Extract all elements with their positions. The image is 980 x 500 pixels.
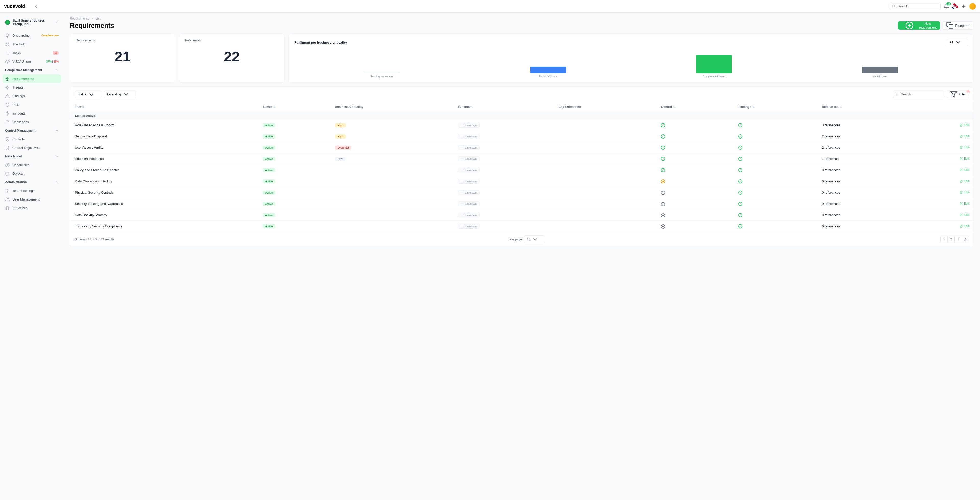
sidebar-item-vuca[interactable]: VUCA Score 37% | 36% (3, 57, 61, 66)
sort-icon: ⇅ (82, 105, 84, 109)
page-button[interactable]: 3 (955, 236, 962, 243)
layers-icon (5, 206, 10, 211)
sidebar-item-requirements[interactable]: Requirements (3, 75, 61, 83)
sidebar-item-risks[interactable]: Risks (3, 100, 61, 109)
filter-button[interactable]: Filter 0 (947, 90, 969, 98)
edit-link[interactable]: Edit (959, 179, 969, 183)
edit-link[interactable]: Edit (959, 135, 969, 138)
table-row[interactable]: User Access AuditsActiveEssential⋯Unknow… (70, 142, 974, 153)
bolt-icon (5, 111, 10, 116)
criticality-pill: Low (335, 157, 345, 161)
next-page-button[interactable] (962, 236, 969, 243)
pagination: 123 (940, 236, 969, 243)
add-button[interactable] (961, 3, 967, 10)
edit-link[interactable]: Edit (959, 213, 969, 217)
sidebar-item-user-management[interactable]: User Management (3, 195, 61, 204)
status-pill: Active (262, 190, 275, 195)
table-row[interactable]: Third-Party Security ComplianceActive⋯Un… (70, 221, 974, 232)
sidebar-item-control-objectives[interactable]: Control Objectives (3, 144, 61, 152)
section-compliance[interactable]: Compliance Management (3, 66, 61, 75)
sidebar-item-controls[interactable]: Controls (3, 135, 61, 144)
edit-icon (959, 202, 963, 205)
table-search-input[interactable] (893, 90, 944, 98)
sidebar-item-findings[interactable]: Findings (3, 92, 61, 100)
sidebar-item-incidents[interactable]: Incidents (3, 109, 61, 118)
sidebar-item-tasks[interactable]: Tasks 13 (3, 49, 61, 57)
table-row[interactable]: Security Training and AwarenessActive⋯Un… (70, 198, 974, 210)
chevron-up-icon (55, 180, 59, 184)
table-row[interactable]: Role-Based Access ControlActiveHigh⋯Unkn… (70, 120, 974, 131)
chart-filter-select[interactable]: All (947, 38, 968, 46)
sidebar-item-onboarding[interactable]: Onboarding Complete now (3, 32, 61, 40)
eye-icon (5, 59, 10, 64)
col-status[interactable]: Status⇅ (258, 102, 330, 112)
cell-title: Security Training and Awareness (70, 198, 258, 210)
cell-title: User Access Audits (70, 142, 258, 153)
global-search[interactable] (890, 3, 941, 10)
section-meta[interactable]: Meta Model (3, 152, 61, 161)
col-references[interactable]: References⇅ (817, 102, 913, 112)
sidebar-item-label: The Hub (12, 42, 25, 46)
sort-field-select[interactable]: Status (75, 90, 101, 98)
logo[interactable]: vucavoid. (4, 3, 27, 9)
chevron-up-icon (55, 68, 59, 73)
col-criticality[interactable]: Business Criticality (330, 102, 453, 112)
new-requirement-button[interactable]: New requirement (898, 21, 940, 30)
fulfilment-pill: ⋯Unknown (458, 213, 479, 217)
chevron-up-icon (55, 129, 59, 133)
tenant-switcher[interactable]: SaaS Superstructures Group, Inc. (3, 17, 61, 28)
blueprints-button[interactable]: Blueprints (942, 21, 974, 30)
table-row[interactable]: Endpoint ProtectionActiveLow⋯Unknown✓✓1 … (70, 153, 974, 165)
sidebar-item-threats[interactable]: Threats (3, 83, 61, 92)
edit-link[interactable]: Edit (959, 157, 969, 160)
sort-dir-select[interactable]: Ascending (104, 90, 136, 98)
sidebar-item-tenant-settings[interactable]: Tenant settings (3, 186, 61, 195)
col-control[interactable]: Control⇅ (656, 102, 734, 112)
table-search[interactable] (893, 90, 944, 98)
edit-link[interactable]: Edit (959, 202, 969, 205)
edit-link[interactable]: Edit (959, 168, 969, 172)
sidebar-item-capabilities[interactable]: Capabilities (3, 161, 61, 169)
page-button[interactable]: 1 (940, 236, 948, 243)
sidebar-item-objects[interactable]: Objects (3, 169, 61, 178)
table-row[interactable]: Secure Data DisposalActiveHigh⋯Unknown✓✓… (70, 131, 974, 142)
dots-icon: ⋯ (461, 146, 464, 149)
sidebar-item-structures[interactable]: Structures (3, 204, 61, 213)
table-row[interactable]: Policy and Procedure UpdatesActive⋯Unkno… (70, 165, 974, 176)
global-search-input[interactable] (890, 3, 941, 10)
sidebar-item-challenges[interactable]: Challenges (3, 118, 61, 127)
plus-icon (961, 3, 967, 10)
edit-link[interactable]: Edit (959, 224, 969, 228)
col-findings[interactable]: Findings⇅ (734, 102, 817, 112)
user-avatar[interactable] (969, 3, 976, 10)
table-row[interactable]: Data Classification PolicyActive⋯Unknown… (70, 176, 974, 187)
table-row[interactable]: Data Backup StrategyActive⋯Unknown✓0 ref… (70, 210, 974, 221)
sidebar-item-hub[interactable]: The Hub (3, 40, 61, 49)
criticality-pill: Essential (335, 146, 352, 150)
section-control[interactable]: Control Management (3, 127, 61, 135)
edit-link[interactable]: Edit (959, 123, 969, 127)
sidebar-item-label: User Management (12, 197, 40, 201)
table-row[interactable]: Physical Security ControlsActive⋯Unknown… (70, 187, 974, 198)
dash-circle-icon (661, 213, 665, 217)
section-admin[interactable]: Administration (3, 178, 61, 186)
edit-link[interactable]: Edit (959, 146, 969, 149)
col-fulfilment[interactable]: Fulfilment (453, 102, 554, 112)
back-button[interactable] (33, 3, 40, 10)
per-page-select[interactable]: 10 (524, 235, 545, 243)
page-button[interactable]: 2 (948, 236, 955, 243)
fulfilment-pill: ⋯Unknown (458, 123, 479, 127)
dash-circle-icon (661, 191, 665, 195)
edit-link[interactable]: Edit (959, 190, 969, 194)
check-circle-icon: ✓ (738, 135, 742, 138)
check-circle-icon: ✓ (661, 168, 665, 172)
notifications-button[interactable]: 42 (943, 3, 950, 10)
col-title[interactable]: Title⇅ (70, 102, 258, 112)
language-flag[interactable]: 🇬🇧 (952, 3, 958, 10)
chart-bar-label: Partial fulfillment (539, 75, 557, 78)
col-expiration[interactable]: Expiration date (554, 102, 656, 112)
svg-point-8 (8, 45, 9, 46)
page-title: Requirements (70, 22, 114, 30)
breadcrumb-item[interactable]: Requirements (70, 17, 89, 21)
users-icon (5, 197, 10, 202)
